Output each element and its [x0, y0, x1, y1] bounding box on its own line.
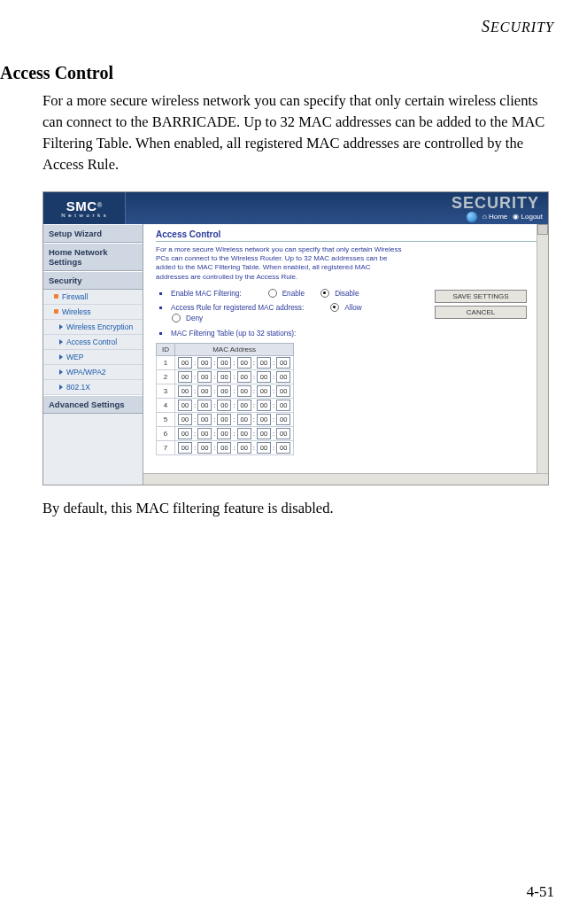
mac-octet-input[interactable]: 00: [257, 371, 271, 383]
banner-title: SECURITY: [452, 194, 539, 213]
sidebar-item-wep[interactable]: WEP: [43, 350, 143, 365]
mac-octet-input[interactable]: 00: [257, 357, 271, 369]
colon-separator: :: [253, 430, 255, 438]
colon-separator: :: [194, 387, 196, 395]
mac-octet-input[interactable]: 00: [276, 385, 290, 397]
mac-octet-input[interactable]: 00: [178, 414, 192, 425]
panel-description: For a more secure Wireless network you c…: [156, 245, 404, 283]
mac-octet-input[interactable]: 00: [276, 442, 290, 454]
mac-octet-input[interactable]: 00: [237, 414, 251, 425]
colon-separator: :: [273, 401, 274, 409]
row-id: 2: [157, 370, 175, 384]
mac-octet-input[interactable]: 00: [276, 428, 290, 439]
mac-octet-input[interactable]: 00: [276, 400, 290, 411]
colon-separator: :: [213, 444, 215, 452]
mac-octet-input[interactable]: 00: [197, 371, 212, 383]
mac-octet-input[interactable]: 00: [178, 371, 192, 383]
colon-separator: :: [273, 415, 274, 423]
colon-separator: :: [213, 387, 215, 395]
mac-octet-input[interactable]: 00: [197, 414, 212, 425]
arrow-icon: [59, 369, 63, 375]
row-id: 3: [157, 384, 175, 399]
sidebar-item-wireless-encryption[interactable]: Wireless Encryption: [43, 320, 143, 335]
sidebar-advanced[interactable]: Advanced Settings: [43, 395, 143, 414]
save-settings-button[interactable]: SAVE SETTINGS: [435, 290, 527, 303]
bullet-icon: [54, 309, 58, 314]
mac-octet-input[interactable]: 00: [237, 371, 251, 383]
mac-octet-input[interactable]: 00: [257, 400, 271, 411]
mac-octet-input[interactable]: 00: [257, 442, 271, 454]
colon-separator: :: [273, 387, 274, 395]
colon-separator: :: [273, 373, 274, 381]
sidebar-item-wireless[interactable]: Wireless: [43, 305, 143, 320]
action-buttons: SAVE SETTINGS CANCEL: [435, 290, 527, 319]
colon-separator: :: [194, 430, 196, 438]
table-row: 700:00:00:00:00:00: [157, 441, 294, 455]
mac-octet-input[interactable]: 00: [197, 357, 212, 369]
smc-logo: SMC® N e t w o r k s: [43, 192, 126, 224]
table-row: 100:00:00:00:00:00: [157, 356, 294, 370]
mac-octet-input[interactable]: 00: [178, 400, 192, 411]
deny-text: Deny: [186, 314, 203, 322]
sidebar-item-access-control[interactable]: Access Control: [43, 335, 143, 350]
mac-octet-input[interactable]: 00: [178, 428, 192, 439]
cancel-button[interactable]: CANCEL: [435, 306, 527, 319]
mac-octet-input[interactable]: 00: [217, 442, 231, 454]
sidebar-home-network[interactable]: Home Network Settings: [43, 243, 143, 271]
sidebar-item-firewall[interactable]: Firewall: [43, 290, 143, 305]
mac-octet-input[interactable]: 00: [237, 442, 251, 454]
mac-octet-input[interactable]: 00: [197, 428, 212, 439]
mac-octet-input[interactable]: 00: [178, 442, 192, 454]
mac-octet-input[interactable]: 00: [237, 400, 251, 411]
bullet-icon: [159, 292, 162, 295]
mac-octet-input[interactable]: 00: [217, 371, 231, 383]
disable-text: Disable: [335, 290, 359, 298]
mac-octet-input[interactable]: 00: [237, 357, 251, 369]
sidebar-item-wpa[interactable]: WPA/WPA2: [43, 365, 143, 380]
colon-separator: :: [194, 359, 196, 367]
disable-radio[interactable]: [320, 289, 329, 298]
enable-radio[interactable]: [268, 289, 277, 298]
mac-octet-input[interactable]: 00: [237, 385, 251, 397]
top-nav-right: ⌂ Home ◉ Logout: [467, 212, 543, 222]
colon-separator: :: [213, 359, 215, 367]
mac-octet-input[interactable]: 00: [276, 357, 290, 369]
section-heading: Access Control: [0, 63, 554, 83]
colon-separator: :: [233, 373, 235, 381]
sidebar-item-8021x[interactable]: 802.1X: [43, 380, 143, 395]
mac-octet-input[interactable]: 00: [276, 414, 290, 425]
colon-separator: :: [273, 359, 274, 367]
mac-octet-input[interactable]: 00: [276, 371, 290, 383]
page-number: 4-51: [527, 883, 554, 901]
mac-octet-input[interactable]: 00: [257, 428, 271, 439]
colon-separator: :: [213, 401, 215, 409]
logout-link[interactable]: ◉ Logout: [513, 213, 543, 221]
mac-octet-input[interactable]: 00: [178, 385, 192, 397]
colon-separator: :: [213, 415, 215, 423]
deny-radio[interactable]: [172, 314, 181, 322]
vertical-scrollbar[interactable]: [537, 224, 548, 485]
mac-octet-input[interactable]: 00: [217, 428, 231, 439]
mac-octet-input[interactable]: 00: [217, 414, 231, 425]
home-link[interactable]: ⌂ Home: [482, 213, 507, 221]
mac-octet-input[interactable]: 00: [257, 385, 271, 397]
row-mac: 00:00:00:00:00:00: [175, 399, 294, 413]
mac-octet-input[interactable]: 00: [197, 442, 212, 454]
mac-octet-input[interactable]: 00: [217, 385, 231, 397]
mac-octet-input[interactable]: 00: [217, 400, 231, 411]
enable-text: Enable: [282, 290, 305, 298]
sidebar-security[interactable]: Security: [43, 271, 143, 290]
mac-octet-input[interactable]: 00: [197, 400, 212, 411]
mac-octet-input[interactable]: 00: [217, 357, 231, 369]
table-row: 300:00:00:00:00:00: [157, 384, 294, 399]
allow-radio[interactable]: [330, 303, 339, 312]
colon-separator: :: [253, 359, 255, 367]
horizontal-scrollbar[interactable]: [143, 473, 548, 485]
mac-octet-input[interactable]: 00: [257, 414, 271, 425]
mac-octet-input[interactable]: 00: [178, 357, 192, 369]
access-rule-label: Access Rule for registered MAC address:: [171, 304, 304, 312]
screenshot-header-bar: SMC® N e t w o r k s SECURITY ⌂ Home ◉ L…: [43, 192, 548, 224]
mac-octet-input[interactable]: 00: [197, 385, 212, 397]
sidebar-setup-wizard[interactable]: Setup Wizard: [43, 224, 143, 243]
mac-octet-input[interactable]: 00: [237, 428, 251, 439]
